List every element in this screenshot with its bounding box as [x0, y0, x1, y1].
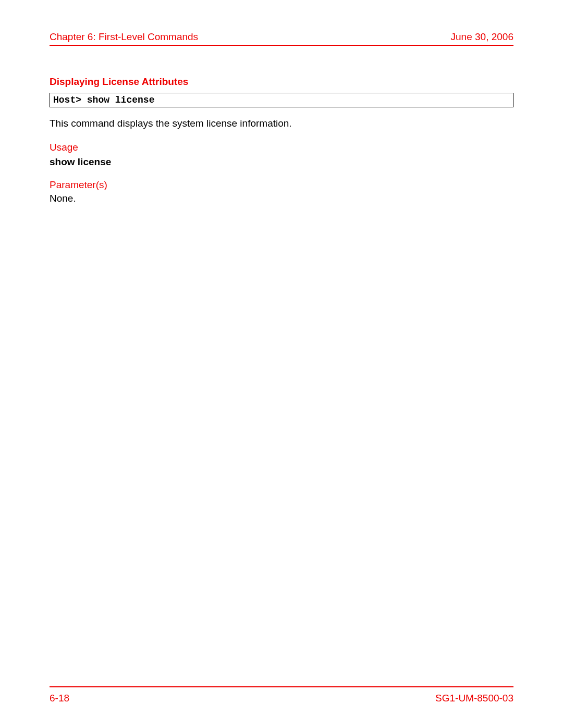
section-heading: Displaying License Attributes — [50, 76, 513, 88]
page-number: 6-18 — [50, 693, 69, 704]
page-footer: 6-18 SG1-UM-8500-03 — [50, 693, 513, 704]
usage-command: show license — [50, 156, 513, 168]
document-page: Chapter 6: First-Level Commands June 30,… — [0, 0, 563, 728]
command-example-box: Host> show license — [50, 93, 513, 107]
footer-rule — [50, 686, 513, 687]
chapter-title: Chapter 6: First-Level Commands — [50, 31, 198, 43]
parameters-value: None. — [50, 193, 513, 204]
header-date: June 30, 2006 — [451, 31, 513, 43]
usage-label: Usage — [50, 142, 513, 153]
document-id: SG1-UM-8500-03 — [435, 693, 513, 704]
parameters-label: Parameter(s) — [50, 179, 513, 191]
page-header: Chapter 6: First-Level Commands June 30,… — [50, 31, 513, 46]
command-description: This command displays the system license… — [50, 117, 513, 130]
